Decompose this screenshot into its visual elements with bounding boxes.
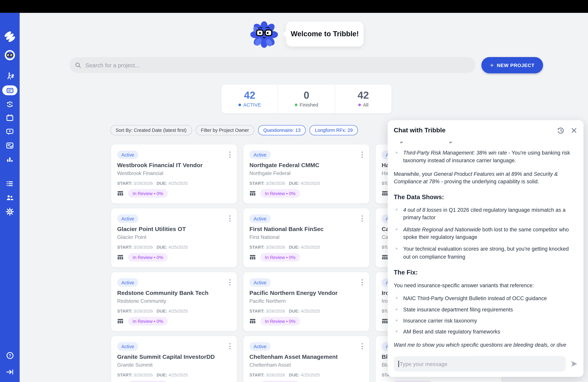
chat-bullet: Insurance carrier risk taxonomy: [394, 317, 572, 324]
project-company: Granite Summit: [117, 362, 152, 368]
chat-bullet: State insurance department filing requir…: [394, 306, 572, 313]
card-menu-button[interactable]: [228, 150, 231, 159]
chat-bullet-list: 4 out of 8 losses in Q1 2026 cited regul…: [394, 206, 572, 260]
send-icon[interactable]: [569, 359, 579, 369]
top-black-bar: [0, 0, 588, 13]
board-icon: [117, 190, 124, 196]
project-company: Northgate Federal: [250, 170, 291, 176]
project-title: Pacific Northern Energy Vendor: [250, 290, 338, 297]
project-title: Granite Summit Capital InvestorDD: [117, 353, 215, 360]
chat-heading: The Data Shows:: [394, 194, 572, 201]
welcome-text: Welcome to Tribble!: [291, 30, 359, 38]
card-menu-button[interactable]: [228, 214, 231, 223]
project-card[interactable]: ActivePacific Northern Energy VendorPaci…: [243, 272, 370, 332]
status-dot-icon: [295, 104, 297, 106]
calendar-icon[interactable]: [0, 112, 20, 124]
bullet-dot-icon: [396, 209, 398, 211]
project-card[interactable]: ActiveNorthgate Federal CMMCNorthgate Fe…: [243, 144, 370, 204]
close-icon[interactable]: [570, 126, 578, 135]
walker-arrows-icon[interactable]: [0, 71, 20, 82]
chat-message-scroll[interactable]: Third-Party Risk Management: 38% win rat…: [394, 141, 577, 348]
review-badge: In Review • 0%: [128, 317, 168, 325]
plus-icon: +: [490, 62, 494, 68]
gear-icon[interactable]: [0, 206, 20, 217]
stat-all[interactable]: 42All: [335, 84, 392, 113]
project-card[interactable]: ActiveFirst National Bank FinSecFirst Na…: [243, 208, 370, 268]
chat-sparkle-icon[interactable]: [0, 126, 20, 138]
bullet-dot-icon: [396, 330, 398, 332]
review-badge: In Review • 0%: [260, 381, 300, 382]
sidebar-item-projects[interactable]: [2, 85, 18, 95]
project-card[interactable]: ActiveGranite Summit Capital InvestorDDG…: [111, 336, 237, 382]
chat-panel: Chat with Tribble Third-Party Risk Manag…: [388, 120, 583, 377]
project-stats-card: 42ACTIVE0Finished42All: [221, 84, 392, 114]
menu-list-icon[interactable]: [0, 178, 20, 189]
search-input[interactable]: Search for a project...: [70, 57, 475, 73]
stat-active[interactable]: 42ACTIVE: [221, 84, 278, 113]
bullet-dot-icon: [396, 297, 398, 299]
list-check-icon[interactable]: [0, 140, 20, 151]
project-title: Redstone Community Bank Tech: [117, 290, 209, 297]
stat-label: Finished: [295, 102, 318, 108]
board-icon: [382, 254, 388, 260]
history-icon[interactable]: [556, 126, 565, 135]
chat-title: Chat with Tribble: [394, 127, 551, 134]
search-placeholder: Search for a project...: [85, 62, 140, 68]
chat-paragraph: You need insurance-specific answer varia…: [394, 282, 572, 289]
card-menu-button[interactable]: [360, 214, 364, 223]
welcome-speech-bubble: Welcome to Tribble!: [286, 21, 363, 46]
chat-bullet: AM Best and state regulatory frameworks: [394, 328, 572, 336]
project-card[interactable]: ActiveCheltenham Asset ManagementChelten…: [243, 336, 370, 382]
card-menu-button[interactable]: [360, 278, 364, 287]
project-card[interactable]: ActiveGlacier Point Utilities OTGlacier …: [111, 208, 237, 268]
status-dot-icon: [238, 104, 241, 106]
chat-paragraph: Meanwhile, your General Product Features…: [394, 170, 572, 185]
chat-bullet-list: Third-Party Risk Management: 38% win rat…: [394, 149, 572, 164]
project-dates: START: 3/26/2026DUE: 4/25/2025: [117, 181, 188, 186]
status-badge: Active: [250, 150, 271, 159]
people-icon[interactable]: [0, 192, 20, 203]
filter-chip[interactable]: Filter by Project Owner: [195, 125, 254, 135]
project-card[interactable]: ActiveWestbrook Financial IT VendorWestb…: [111, 144, 237, 204]
chat-bullet: NAIC Third-Party Oversight Bulletin inst…: [394, 295, 572, 302]
bullet-dot-icon: [396, 152, 398, 154]
filter-chip[interactable]: Longform RFx: 29: [310, 125, 358, 135]
bar-chart-icon[interactable]: [0, 154, 20, 165]
tribble-logo-icon: [0, 31, 20, 42]
project-title: Cheltenham Asset Management: [250, 353, 338, 360]
project-dates: START: 3/26/2026DUE: 4/25/2025: [250, 245, 320, 250]
stat-label: All: [358, 102, 368, 108]
board-icon: [382, 190, 388, 196]
project-dates: START: 3/26/2026DUE: 4/25/2025: [117, 373, 188, 377]
help-icon[interactable]: ?: [0, 350, 20, 361]
board-icon: [250, 254, 256, 260]
mascot-avatar-icon[interactable]: [0, 49, 20, 61]
card-menu-button[interactable]: [228, 342, 231, 350]
board-icon: [250, 190, 256, 196]
clipped-line: [394, 142, 572, 144]
review-badge: In Review • 0%: [128, 253, 168, 262]
card-menu-button[interactable]: [360, 342, 364, 350]
card-menu-button[interactable]: [228, 278, 231, 287]
status-dot-icon: [358, 104, 361, 106]
status-badge: Active: [117, 214, 138, 223]
stat-value: 42: [244, 90, 255, 100]
chat-header: Chat with Tribble: [394, 120, 578, 141]
review-badge: In Review • 0%: [260, 317, 300, 325]
chat-bullet: Your technical evaluation scores are str…: [394, 245, 572, 260]
sync-sparkle-icon[interactable]: [0, 99, 20, 110]
filter-chip[interactable]: Questionnaire: 13: [258, 125, 306, 135]
project-title: Westbrook Financial IT Vendor: [117, 162, 203, 169]
bubble-tail: [283, 31, 286, 37]
filter-chip[interactable]: Sort By: Created Date (latest first): [110, 125, 192, 135]
project-dates: START: 3/26/2026DUE: 4/25/2025: [117, 245, 188, 250]
logout-icon[interactable]: [0, 366, 20, 378]
chat-message-input[interactable]: Type your message: [394, 356, 566, 372]
card-menu-button[interactable]: [360, 150, 364, 159]
project-card[interactable]: ActiveRedstone Community Bank TechRedsto…: [111, 272, 237, 332]
new-project-button[interactable]: + NEW PROJECT: [482, 57, 543, 73]
board-icon: [117, 318, 124, 324]
stat-finished[interactable]: 0Finished: [278, 84, 335, 113]
chat-input-bar: Type your message: [394, 356, 579, 372]
stat-label: ACTIVE: [238, 102, 261, 108]
